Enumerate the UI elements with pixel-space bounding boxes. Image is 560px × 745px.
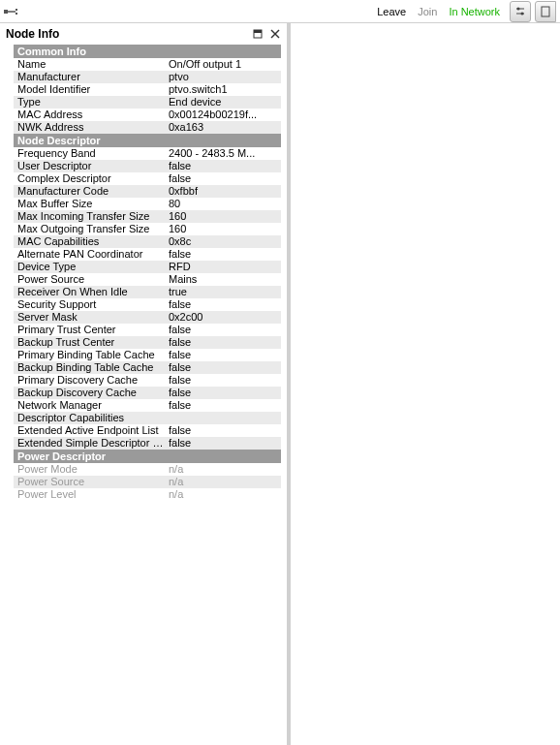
info-value: 160 bbox=[167, 223, 281, 235]
info-key: Manufacturer Code bbox=[14, 185, 167, 198]
info-value: 80 bbox=[167, 198, 281, 210]
info-row[interactable]: Alternate PAN Coordinatorfalse bbox=[14, 248, 281, 261]
info-value: false bbox=[167, 424, 281, 437]
info-row[interactable]: Max Incoming Transfer Size160 bbox=[14, 210, 281, 223]
info-value: 2400 - 2483.5 M... bbox=[167, 147, 281, 160]
info-table: Common InfoNameOn/Off output 1Manufactur… bbox=[0, 45, 287, 745]
info-value: Mains bbox=[167, 273, 281, 286]
info-key: Server Mask bbox=[14, 311, 167, 324]
node-info-panel: Node Info Common InfoNameOn/Off output 1… bbox=[0, 23, 291, 745]
info-row[interactable]: Max Outgoing Transfer Size160 bbox=[14, 223, 281, 235]
info-row[interactable]: Extended Active Endpoint Listfalse bbox=[14, 424, 281, 437]
info-value: false bbox=[167, 324, 281, 336]
info-key: Power Source bbox=[14, 476, 167, 488]
info-key: Network Manager bbox=[14, 399, 167, 412]
info-row[interactable]: Frequency Band2400 - 2483.5 M... bbox=[14, 147, 281, 160]
section-header: Node Descriptor bbox=[14, 134, 281, 147]
info-row[interactable]: MAC Capabilities0x8c bbox=[14, 235, 281, 248]
info-key: Max Outgoing Transfer Size bbox=[14, 223, 167, 235]
section-header: Power Descriptor bbox=[14, 450, 281, 463]
info-value: 0xa163 bbox=[167, 121, 281, 134]
info-value: On/Off output 1 bbox=[167, 58, 281, 71]
info-value: false bbox=[167, 387, 281, 399]
info-key: Power Mode bbox=[14, 463, 167, 476]
info-row[interactable]: NameOn/Off output 1 bbox=[14, 58, 281, 71]
info-key: Backup Discovery Cache bbox=[14, 387, 167, 399]
extra-button[interactable] bbox=[535, 1, 556, 22]
info-row[interactable]: TypeEnd device bbox=[14, 96, 281, 109]
info-row[interactable]: Primary Discovery Cachefalse bbox=[14, 374, 281, 387]
settings-button[interactable] bbox=[510, 1, 531, 22]
info-key: Descriptor Capabilities bbox=[14, 412, 167, 424]
info-value: false bbox=[167, 336, 281, 349]
info-key: Manufacturer bbox=[14, 71, 167, 83]
info-key: Primary Trust Center bbox=[14, 324, 167, 336]
info-row[interactable]: Model Identifierptvo.switch1 bbox=[14, 83, 281, 96]
info-key: Primary Discovery Cache bbox=[14, 374, 167, 387]
info-value: End device bbox=[167, 96, 281, 109]
info-key: NWK Address bbox=[14, 121, 167, 134]
info-row[interactable]: MAC Address0x00124b00219f... bbox=[14, 109, 281, 121]
network-canvas[interactable]: 0x0000 00212EFFFF0279F3 On/Off output 1 … bbox=[291, 23, 560, 745]
info-row[interactable]: Extended Simple Descriptor Listfalse bbox=[14, 437, 281, 450]
info-key: Model Identifier bbox=[14, 83, 167, 96]
info-row[interactable]: Power Sourcen/a bbox=[14, 476, 281, 488]
info-value: 0x2c00 bbox=[167, 311, 281, 324]
info-key: Type bbox=[14, 96, 167, 109]
rect-icon bbox=[541, 6, 550, 17]
info-value: n/a bbox=[167, 476, 281, 488]
info-row[interactable]: Backup Binding Table Cachefalse bbox=[14, 361, 281, 374]
panel-header: Node Info bbox=[0, 23, 287, 45]
panel-title: Node Info bbox=[6, 27, 246, 41]
info-row[interactable]: Power Leveln/a bbox=[14, 488, 281, 501]
leave-link[interactable]: Leave bbox=[377, 6, 406, 17]
info-row[interactable]: Power SourceMains bbox=[14, 273, 281, 286]
info-value bbox=[167, 412, 281, 424]
info-value: false bbox=[167, 298, 281, 311]
svg-rect-0 bbox=[4, 10, 8, 14]
info-value: 0x00124b00219f... bbox=[167, 109, 281, 121]
info-row[interactable]: Receiver On When Idletrue bbox=[14, 286, 281, 298]
info-key: Device Type bbox=[14, 261, 167, 273]
info-value: RFD bbox=[167, 261, 281, 273]
info-row[interactable]: User Descriptorfalse bbox=[14, 160, 281, 172]
info-key: Extended Active Endpoint List bbox=[14, 424, 167, 437]
info-row[interactable]: Complex Descriptorfalse bbox=[14, 172, 281, 185]
info-row[interactable]: Primary Binding Table Cachefalse bbox=[14, 349, 281, 361]
info-row[interactable]: NWK Address0xa163 bbox=[14, 121, 281, 134]
info-key: Primary Binding Table Cache bbox=[14, 349, 167, 361]
panel-pop-out-icon[interactable] bbox=[252, 28, 264, 40]
info-row[interactable]: Power Moden/a bbox=[14, 463, 281, 476]
info-row[interactable]: Backup Discovery Cachefalse bbox=[14, 387, 281, 399]
info-row[interactable]: Device TypeRFD bbox=[14, 261, 281, 273]
info-value: n/a bbox=[167, 463, 281, 476]
info-value: false bbox=[167, 399, 281, 412]
join-link[interactable]: Join bbox=[418, 6, 437, 17]
info-value: 160 bbox=[167, 210, 281, 223]
info-row[interactable]: Primary Trust Centerfalse bbox=[14, 324, 281, 336]
info-row[interactable]: Server Mask0x2c00 bbox=[14, 311, 281, 324]
info-row[interactable]: Manufacturer Code0xfbbf bbox=[14, 185, 281, 198]
info-key: Extended Simple Descriptor List bbox=[14, 437, 167, 450]
info-row[interactable]: Network Managerfalse bbox=[14, 399, 281, 412]
info-key: Max Incoming Transfer Size bbox=[14, 210, 167, 223]
info-value: false bbox=[167, 248, 281, 261]
info-row[interactable]: Security Supportfalse bbox=[14, 298, 281, 311]
info-row[interactable]: Backup Trust Centerfalse bbox=[14, 336, 281, 349]
info-value: false bbox=[167, 374, 281, 387]
info-value: false bbox=[167, 160, 281, 172]
info-key: Alternate PAN Coordinator bbox=[14, 248, 167, 261]
info-row[interactable]: Descriptor Capabilities bbox=[14, 412, 281, 424]
info-key: Complex Descriptor bbox=[14, 172, 167, 185]
info-key: Max Buffer Size bbox=[14, 198, 167, 210]
info-key: Backup Binding Table Cache bbox=[14, 361, 167, 374]
panel-close-icon[interactable] bbox=[269, 28, 281, 40]
main-area: Node Info Common InfoNameOn/Off output 1… bbox=[0, 23, 560, 745]
info-row[interactable]: Max Buffer Size80 bbox=[14, 198, 281, 210]
svg-rect-3 bbox=[16, 13, 17, 15]
info-value: 0xfbbf bbox=[167, 185, 281, 198]
connector-icon bbox=[4, 7, 19, 16]
info-row[interactable]: Manufacturerptvo bbox=[14, 71, 281, 83]
info-key: Security Support bbox=[14, 298, 167, 311]
info-key: Power Source bbox=[14, 273, 167, 286]
